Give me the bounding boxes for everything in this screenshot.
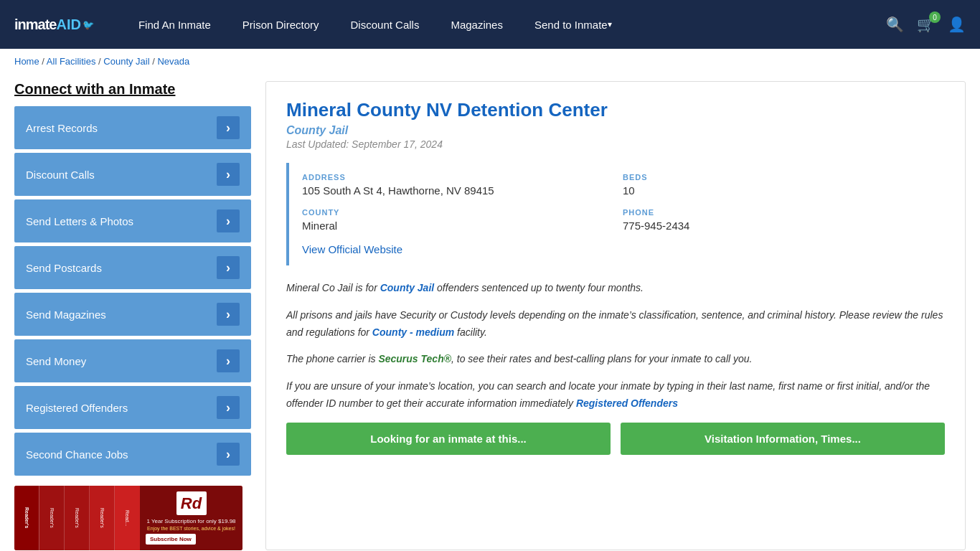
- arrow-icon: ›: [217, 209, 240, 232]
- breadcrumb-county-jail[interactable]: County Jail: [103, 56, 149, 67]
- county-jail-link-1[interactable]: County Jail: [380, 282, 434, 293]
- description-paragraph-1: Mineral Co Jail is for County Jail offen…: [286, 280, 945, 297]
- looking-for-inmate-button[interactable]: Looking for an inmate at this...: [286, 423, 611, 455]
- address-cell: ADDRESS 105 South A St 4, Hawthorne, NV …: [302, 173, 611, 197]
- ad-subscribe-button[interactable]: Subscribe Now: [146, 534, 196, 545]
- main-content: Connect with an Inmate Arrest Records › …: [0, 74, 980, 551]
- arrow-icon: ›: [217, 163, 240, 186]
- cart-badge: 0: [929, 11, 941, 23]
- visitation-info-button[interactable]: Visitation Information, Times...: [621, 423, 945, 455]
- beds-value: 10: [623, 184, 932, 197]
- phone-cell: PHONE 775-945-2434: [623, 208, 932, 232]
- ad-promo-subtitle: Enjoy the BEST stories, advice & jokes!: [147, 526, 235, 531]
- facility-info-box: ADDRESS 105 South A St 4, Hawthorne, NV …: [286, 163, 945, 265]
- sidebar: Connect with an Inmate Arrest Records › …: [14, 81, 251, 550]
- breadcrumb-all-facilities[interactable]: All Facilities: [47, 56, 96, 67]
- sidebar-title: Connect with an Inmate: [14, 81, 251, 98]
- breadcrumb-nevada[interactable]: Nevada: [157, 56, 189, 67]
- sidebar-item-second-chance-jobs[interactable]: Second Chance Jobs ›: [14, 433, 251, 476]
- facility-updated: Last Updated: September 17, 2024: [286, 138, 945, 150]
- arrow-icon: ›: [217, 396, 240, 419]
- beds-label: BEDS: [623, 173, 932, 182]
- address-value: 105 South A St 4, Hawthorne, NV 89415: [302, 184, 611, 197]
- sidebar-item-registered-offenders[interactable]: Registered Offenders ›: [14, 386, 251, 429]
- site-header: inmateAID🐦 Find An Inmate Prison Directo…: [0, 0, 980, 49]
- ad-promo-title: 1 Year Subscription for only $19.98: [146, 518, 235, 524]
- arrow-icon: ›: [217, 443, 240, 466]
- sidebar-item-arrest-records[interactable]: Arrest Records ›: [14, 106, 251, 149]
- nav-magazines[interactable]: Magazines: [435, 0, 519, 49]
- description-paragraph-2: All prisons and jails have Security or C…: [286, 307, 945, 342]
- bottom-buttons: Looking for an inmate at this... Visitat…: [286, 423, 945, 455]
- website-cell: View Official Website: [302, 243, 932, 255]
- user-icon[interactable]: 👤: [948, 16, 966, 33]
- arrow-icon: ›: [217, 116, 240, 139]
- phone-value: 775-945-2434: [623, 220, 932, 232]
- search-icon[interactable]: 🔍: [886, 16, 904, 33]
- arrow-icon: ›: [217, 349, 240, 372]
- facility-subtitle: County Jail: [286, 124, 945, 137]
- securus-tech-link[interactable]: Securus Tech®: [378, 353, 451, 364]
- sidebar-item-send-money[interactable]: Send Money ›: [14, 339, 251, 382]
- header-icons: 🔍 🛒 0 👤: [886, 16, 966, 33]
- cart-icon[interactable]: 🛒 0: [917, 16, 935, 33]
- description-paragraph-4: If you are unsure of your inmate’s locat…: [286, 378, 945, 413]
- sidebar-item-discount-calls[interactable]: Discount Calls ›: [14, 153, 251, 196]
- description-paragraph-3: The phone carrier is Securus Tech®, to s…: [286, 351, 945, 368]
- nav-discount-calls[interactable]: Discount Calls: [335, 0, 435, 49]
- nav-send-to-inmate[interactable]: Send to Inmate: [519, 0, 628, 49]
- ad-logo: Rd: [176, 491, 207, 515]
- county-value: Mineral: [302, 220, 611, 232]
- main-nav: Find An Inmate Prison Directory Discount…: [123, 0, 864, 49]
- county-cell: COUNTY Mineral: [302, 208, 611, 232]
- sidebar-item-send-letters[interactable]: Send Letters & Photos ›: [14, 199, 251, 242]
- arrow-icon: ›: [217, 256, 240, 279]
- website-link[interactable]: View Official Website: [302, 243, 402, 255]
- site-logo[interactable]: inmateAID🐦: [14, 17, 94, 33]
- nav-find-inmate[interactable]: Find An Inmate: [123, 0, 227, 49]
- breadcrumb-home[interactable]: Home: [14, 56, 39, 67]
- sidebar-item-send-postcards[interactable]: Send Postcards ›: [14, 246, 251, 289]
- facility-detail: Mineral County NV Detention Center Count…: [265, 81, 966, 550]
- nav-prison-directory[interactable]: Prison Directory: [227, 0, 335, 49]
- sidebar-item-send-magazines[interactable]: Send Magazines ›: [14, 293, 251, 336]
- sidebar-advertisement: Reader's Reader's Reader's Reader's Read…: [14, 486, 242, 550]
- beds-cell: BEDS 10: [623, 173, 932, 197]
- county-label: COUNTY: [302, 208, 611, 217]
- address-label: ADDRESS: [302, 173, 611, 182]
- breadcrumb: Home / All Facilities / County Jail / Ne…: [0, 49, 980, 74]
- facility-title: Mineral County NV Detention Center: [286, 99, 945, 121]
- county-medium-link[interactable]: County - medium: [372, 326, 454, 338]
- registered-offenders-link[interactable]: Registered Offenders: [576, 397, 678, 409]
- phone-label: PHONE: [623, 208, 932, 217]
- facility-description: Mineral Co Jail is for County Jail offen…: [286, 280, 945, 413]
- arrow-icon: ›: [217, 303, 240, 326]
